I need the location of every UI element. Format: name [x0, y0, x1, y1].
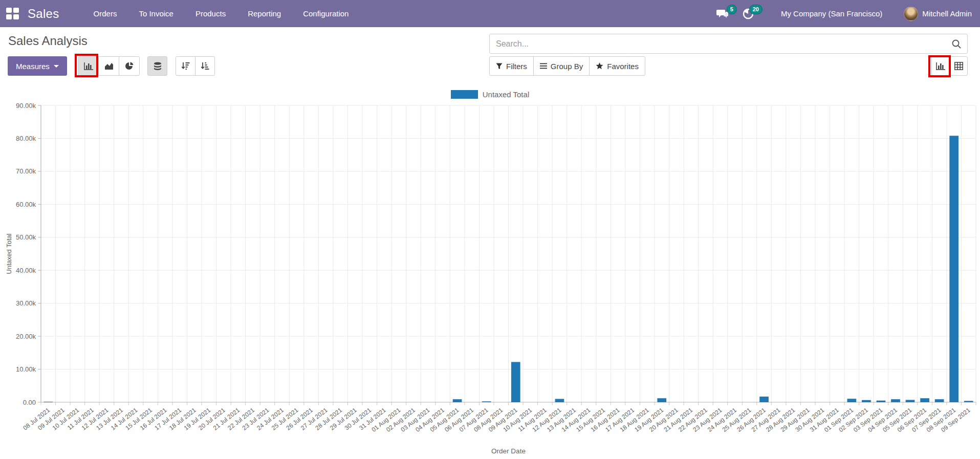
bar-07-Aug-2021[interactable] — [482, 401, 491, 402]
activities-button[interactable]: 20 — [742, 6, 759, 22]
bar-04-Sep-2021[interactable] — [891, 399, 900, 402]
menu-item-orders[interactable]: Orders — [86, 5, 125, 23]
measures-button[interactable]: Measures — [8, 56, 67, 76]
area-chart-icon — [104, 62, 114, 70]
menu-item-products[interactable]: Products — [188, 5, 233, 23]
bar-12-Aug-2021[interactable] — [555, 399, 564, 402]
user-avatar[interactable] — [904, 7, 918, 21]
bar-07-Sep-2021[interactable] — [935, 399, 944, 402]
page-title: Sales Analysis — [8, 34, 88, 48]
messages-button[interactable]: 5 — [716, 6, 734, 22]
navbar-right: 5 20 My Company (San Francisco) Mitchell… — [716, 6, 980, 22]
graph-view-button[interactable] — [931, 56, 950, 76]
view-switcher-group — [931, 56, 968, 76]
app-name[interactable]: Sales — [28, 7, 59, 21]
bar-05-Aug-2021[interactable] — [453, 399, 462, 402]
favorites-button[interactable]: Favorites — [589, 56, 645, 76]
apps-menu-icon[interactable] — [6, 8, 19, 20]
y-tick-label: 40.00k — [16, 267, 36, 274]
bar-05-Sep-2021[interactable] — [906, 400, 915, 402]
favorites-label: Favorites — [607, 62, 639, 71]
activities-badge: 20 — [749, 5, 763, 14]
bar-chart-type-button[interactable] — [78, 56, 99, 76]
y-tick-label: 90.00k — [16, 102, 36, 110]
chart-type-group — [78, 56, 140, 76]
pie-chart-type-button[interactable] — [119, 56, 140, 76]
menu-item-to-invoice[interactable]: To Invoice — [131, 5, 181, 23]
pivot-view-button[interactable] — [949, 56, 968, 76]
bar-03-Sep-2021[interactable] — [877, 401, 886, 402]
star-icon — [596, 62, 603, 70]
y-tick-label: 0.00 — [23, 399, 36, 406]
y-tick-label: 20.00k — [16, 333, 36, 340]
sort-ascending-button[interactable] — [195, 56, 215, 76]
bar-chart-icon — [936, 62, 945, 70]
pie-chart-icon — [125, 61, 134, 71]
y-tick-label: 70.00k — [16, 167, 36, 175]
bar-chart-icon — [84, 62, 93, 70]
line-chart-type-button[interactable] — [98, 56, 119, 76]
bar-09-Aug-2021[interactable] — [511, 362, 520, 402]
sort-descending-button[interactable] — [176, 56, 195, 76]
search-input[interactable] — [490, 34, 967, 53]
company-switcher[interactable]: My Company (San Francisco) — [781, 9, 882, 18]
group-by-label: Group By — [551, 62, 583, 71]
bar-02-Sep-2021[interactable] — [862, 400, 871, 402]
sort-group — [176, 56, 215, 76]
y-tick-label: 10.00k — [16, 365, 36, 373]
main-menu: Orders To Invoice Products Reporting Con… — [86, 5, 363, 23]
y-tick-label: 50.00k — [16, 233, 36, 241]
menu-item-configuration[interactable]: Configuration — [295, 5, 356, 23]
menu-item-reporting[interactable]: Reporting — [240, 5, 289, 23]
database-stack-icon — [154, 62, 162, 71]
bar-19-Aug-2021[interactable] — [657, 398, 666, 402]
messages-badge: 5 — [727, 5, 737, 14]
pivot-table-icon — [954, 62, 963, 70]
sort-amount-desc-icon — [181, 62, 190, 70]
bar-08-Sep-2021[interactable] — [949, 136, 959, 402]
user-menu[interactable]: Mitchell Admin — [922, 9, 972, 18]
top-navbar: Sales Orders To Invoice Products Reporti… — [0, 0, 980, 27]
y-tick-label: 30.00k — [16, 299, 36, 307]
sort-amount-asc-icon — [201, 62, 209, 70]
bar-08-Jul-2021[interactable] — [43, 402, 53, 402]
filters-label: Filters — [506, 62, 527, 71]
stacked-bars-button[interactable] — [147, 56, 167, 76]
bar-01-Sep-2021[interactable] — [847, 399, 857, 402]
filter-icon — [496, 63, 503, 70]
sales-analysis-bar-chart: 0.0010.00k20.00k30.00k40.00k50.00k60.00k… — [0, 82, 980, 459]
group-by-icon — [540, 63, 547, 69]
y-tick-label: 60.00k — [16, 201, 36, 208]
group-by-button[interactable]: Group By — [533, 56, 590, 76]
search-icon[interactable] — [951, 38, 962, 50]
bar-06-Sep-2021[interactable] — [920, 398, 929, 402]
stacked-toggle-group — [147, 56, 167, 76]
y-tick-label: 80.00k — [16, 135, 36, 142]
bar-26-Aug-2021[interactable] — [759, 397, 769, 402]
bar-09-Sep-2021[interactable] — [964, 401, 973, 402]
measures-label: Measures — [16, 62, 50, 71]
filters-button[interactable]: Filters — [489, 56, 534, 76]
search-options-group: Filters Group By Favorites — [489, 56, 645, 76]
chevron-down-icon — [54, 65, 59, 68]
search-box — [489, 34, 968, 54]
